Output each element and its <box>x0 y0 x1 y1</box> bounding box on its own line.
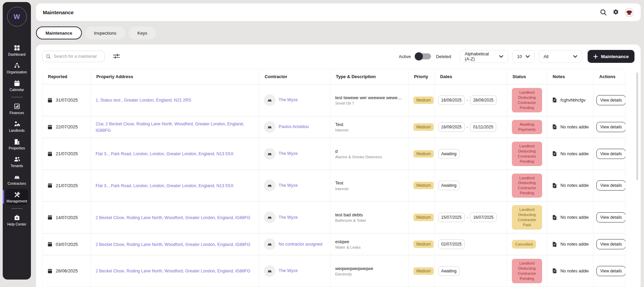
reported-date: 21/07/2025 <box>56 151 78 156</box>
calendar-icon <box>47 215 53 220</box>
date-from-box[interactable]: Awaiting <box>438 266 460 276</box>
reported-date: 22/07/2025 <box>56 124 78 129</box>
maintenance-category: Bathroom & Toilet <box>335 218 404 222</box>
view-details-button[interactable]: View details <box>596 122 626 132</box>
tab-maintenance[interactable]: Maintenance <box>36 26 82 39</box>
maintenance-table: Reported Property Address Contractor Typ… <box>42 69 626 287</box>
sidebar-divider <box>11 97 23 97</box>
table-row: 22/07/2025 21w, 2 Becket Close, Roding L… <box>42 116 625 138</box>
priority-badge: Medium <box>413 123 434 131</box>
contractor-avatar <box>264 238 275 250</box>
calendar-icon <box>47 97 53 103</box>
sidebar-item-label: Properties <box>9 146 25 150</box>
date-from-box[interactable]: 16/09/2025 <box>438 122 465 132</box>
contractor-link[interactable]: The Wyze <box>279 151 298 157</box>
organisation-icon <box>14 62 20 69</box>
sidebar-item-label: Management <box>6 199 27 203</box>
workspace-avatar[interactable]: W <box>7 7 27 26</box>
property-address-link[interactable]: 2 Becket Close, Roding Lane North, Woodf… <box>95 269 250 273</box>
date-separator: - <box>467 125 468 129</box>
sidebar-item-finances[interactable]: Finances <box>5 101 28 116</box>
date-to-box[interactable]: 16/07/2025 <box>470 213 497 222</box>
priority-badge: Medium <box>413 214 434 221</box>
active-deleted-toggle[interactable] <box>415 53 431 59</box>
sort-dropdown[interactable]: Alphabetical (A-Z) <box>460 50 508 63</box>
sidebar-item-dashboard[interactable]: Dashboard <box>5 42 28 58</box>
priority-badge: Medium <box>413 240 434 248</box>
date-from-box[interactable]: Awaiting <box>438 181 460 190</box>
page-size-value: 10 <box>517 54 522 59</box>
add-maintenance-button[interactable]: Maintenance <box>588 50 634 63</box>
property-address-link[interactable]: Flat 3, , Park Road, London, London, Gre… <box>95 183 233 188</box>
date-from-box[interactable]: 02/07/2025 <box>438 239 465 249</box>
property-address-link[interactable]: 1, Status test , Greater London, England… <box>95 98 191 103</box>
table-header-row: Reported Property Address Contractor Typ… <box>42 69 625 85</box>
property-address-link[interactable]: 2 Becket Close, Roding Lane North, Woodf… <box>95 215 250 220</box>
note-icon <box>552 215 557 220</box>
sidebar: W Dashboard Organisation Calendar Financ… <box>3 2 31 280</box>
contractor-link[interactable]: The Wyze <box>279 268 298 274</box>
property-address-link[interactable]: Flat 3, , Park Road, London, London, Gre… <box>95 151 233 156</box>
table-row: 14/07/2025 2 Becket Close, Roding Lane N… <box>42 202 625 234</box>
plus-icon <box>593 54 598 59</box>
sidebar-item-organisation[interactable]: Organisation <box>5 60 28 76</box>
vertical-scrollbar[interactable] <box>636 72 638 180</box>
sidebar-item-management[interactable]: Management <box>5 189 28 205</box>
contractor-link[interactable]: The Wyze <box>279 183 298 189</box>
view-details-button[interactable]: View details <box>596 266 626 276</box>
col-notes: Notes <box>547 69 594 85</box>
sidebar-item-contractors[interactable]: Contractors <box>5 171 28 187</box>
date-to-box[interactable]: 01/11/2025 <box>470 122 496 132</box>
toggle-knob[interactable] <box>415 52 423 60</box>
note-text: No notes added. <box>560 242 589 247</box>
sidebar-item-properties[interactable]: Properties <box>5 136 28 152</box>
maintenance-type: weqweqweqweqwe <box>335 266 404 271</box>
settings-gear-icon[interactable] <box>612 8 620 16</box>
date-from-box[interactable]: 15/07/2025 <box>438 213 465 222</box>
note-text: No notes added. <box>560 269 589 273</box>
view-details-button[interactable]: View details <box>596 95 626 105</box>
note-text: No notes added. <box>560 125 589 129</box>
sidebar-item-label: Dashboard <box>8 53 25 56</box>
date-from-box[interactable]: Awaiting <box>438 149 460 159</box>
active-toggle-label: Active <box>399 54 411 59</box>
calendar-icon <box>47 151 53 157</box>
calendar-icon <box>14 80 20 87</box>
col-actions: Actions <box>594 69 625 85</box>
contractor-link[interactable]: Pavlos Aristidou <box>279 124 309 130</box>
view-details-button[interactable]: View details <box>596 180 626 191</box>
management-icon <box>14 191 20 198</box>
contractor-link[interactable]: The Wyze <box>279 215 298 220</box>
reported-date: 03/07/2025 <box>56 242 78 247</box>
priority-badge: Medium <box>413 182 434 189</box>
col-property-address: Property Address <box>91 69 259 85</box>
tab-keys[interactable]: Keys <box>129 26 156 39</box>
date-to-box[interactable]: 28/09/2025 <box>470 95 497 105</box>
sidebar-item-landlords[interactable]: Landlords <box>5 118 28 134</box>
property-address-link[interactable]: 2 Becket Close, Roding Lane North, Woodf… <box>95 242 250 247</box>
search-input[interactable] <box>42 51 105 62</box>
category-filter-dropdown[interactable]: All <box>539 50 582 63</box>
view-details-button[interactable]: View details <box>596 212 626 222</box>
date-from-box[interactable]: 16/09/2025 <box>438 95 465 105</box>
search-icon[interactable] <box>600 8 607 16</box>
sidebar-item-calendar[interactable]: Calendar <box>5 77 28 93</box>
view-details-button[interactable]: View details <box>596 149 626 159</box>
sidebar-item-tenants[interactable]: Tenants <box>5 154 28 169</box>
maintenance-category: Smell Oil ? <box>335 101 404 105</box>
priority-badge: Medium <box>413 150 434 158</box>
filter-sliders-icon[interactable] <box>112 52 121 61</box>
date-separator: - <box>467 98 468 103</box>
contractor-link[interactable]: No contractor assigned <box>279 241 322 247</box>
user-avatar[interactable] <box>625 8 634 17</box>
status-badge: Landlord Deducting Contractor Pending <box>512 88 542 112</box>
page-size-dropdown[interactable]: 10 <box>512 50 535 63</box>
search-icon <box>46 54 51 59</box>
table-row: 21/07/2025 Flat 3, , Park Road, London, … <box>42 170 625 202</box>
view-details-button[interactable]: View details <box>596 239 626 249</box>
sidebar-item-help-center[interactable]: Help Center <box>5 212 28 228</box>
tab-inspections[interactable]: Inspections <box>85 26 125 39</box>
tab-bar: Maintenance Inspections Keys <box>36 26 641 39</box>
contractor-link[interactable]: The Wyze <box>279 97 298 103</box>
property-address-link[interactable]: 21w, 2 Becket Close, Roding Lane North, … <box>95 122 244 133</box>
